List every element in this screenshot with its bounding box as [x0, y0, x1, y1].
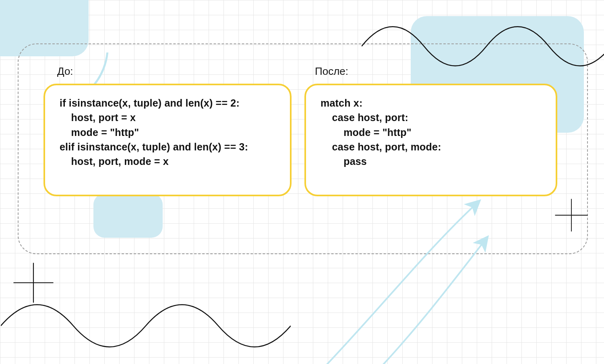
label-before: До: — [57, 65, 73, 78]
wave-decoration — [1, 298, 291, 354]
curved-arrows — [278, 185, 604, 364]
code-box-before: if isinstance(x, tuple) and len(x) == 2:… — [43, 84, 292, 196]
code-box-after: match x: case host, port: mode = "http" … — [304, 84, 557, 196]
label-after: После: — [315, 65, 348, 78]
code-after-text: match x: case host, port: mode = "http" … — [321, 96, 542, 169]
wave-decoration — [362, 16, 604, 76]
diagram-stage: До: После: if isinstance(x, tuple) and l… — [0, 0, 604, 364]
code-before-text: if isinstance(x, tuple) and len(x) == 2:… — [60, 96, 276, 169]
